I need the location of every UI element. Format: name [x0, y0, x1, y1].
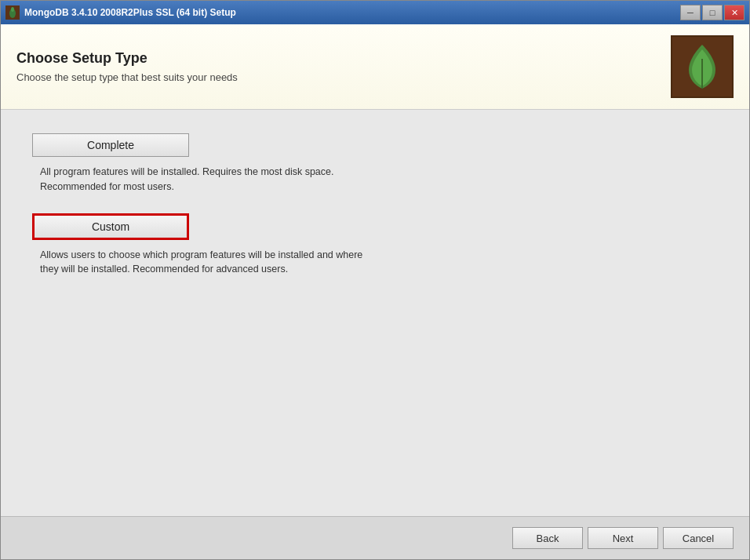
- header-area: Choose Setup Type Choose the setup type …: [1, 24, 749, 110]
- next-button[interactable]: Next: [588, 527, 658, 549]
- back-button[interactable]: Back: [512, 527, 583, 549]
- page-subtitle: Choose the setup type that best suits yo…: [16, 71, 671, 83]
- installer-window: MongoDB 3.4.10 2008R2Plus SSL (64 bit) S…: [0, 0, 750, 560]
- complete-button[interactable]: Complete: [32, 133, 189, 157]
- custom-option: Custom Allows users to choose which prog…: [32, 213, 718, 278]
- close-button[interactable]: ✕: [724, 5, 745, 20]
- restore-button[interactable]: □: [702, 5, 723, 20]
- complete-option: Complete All program features will be in…: [32, 133, 718, 195]
- window-controls: ─ □ ✕: [680, 5, 745, 20]
- mongodb-logo: [671, 35, 734, 98]
- header-text: Choose Setup Type Choose the setup type …: [16, 50, 671, 83]
- complete-description: All program features will be installed. …: [40, 165, 589, 195]
- app-icon: [5, 5, 20, 20]
- window-title: MongoDB 3.4.10 2008R2Plus SSL (64 bit) S…: [24, 7, 680, 18]
- footer: Back Next Cancel: [1, 516, 749, 559]
- minimize-button[interactable]: ─: [680, 5, 701, 20]
- svg-point-2: [11, 7, 14, 12]
- mongodb-leaf-icon: [683, 43, 722, 90]
- page-title: Choose Setup Type: [16, 50, 671, 67]
- custom-button[interactable]: Custom: [32, 213, 189, 240]
- title-bar: MongoDB 3.4.10 2008R2Plus SSL (64 bit) S…: [1, 1, 749, 24]
- main-content: Complete All program features will be in…: [1, 110, 749, 516]
- custom-description: Allows users to choose which program fea…: [40, 248, 589, 278]
- cancel-button[interactable]: Cancel: [663, 527, 734, 549]
